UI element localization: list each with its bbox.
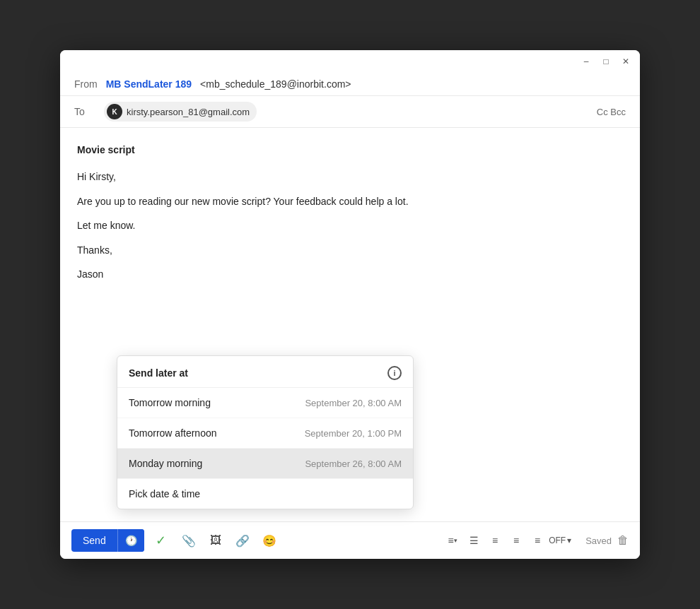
- email-content: Hi Kirsty, Are you up to reading our new…: [77, 169, 623, 282]
- attach-button[interactable]: 📎: [178, 530, 199, 551]
- to-label: To: [74, 106, 95, 117]
- schedule-option-tomorrow-afternoon[interactable]: Tomorrow afternoon September 20, 1:00 PM: [117, 418, 413, 449]
- attach-icon: 📎: [182, 534, 196, 548]
- indent-icon: ≡: [513, 535, 519, 546]
- emoji-button[interactable]: 😊: [259, 530, 280, 551]
- bottom-toolbar: Send 🕐 ✓ 📎 🖼 🔗 😊 ≡ ▾ ☰ ≡: [60, 521, 640, 559]
- emoji-icon: 😊: [262, 534, 276, 548]
- from-name: MB SendLater 189: [106, 78, 192, 90]
- close-button[interactable]: ✕: [620, 56, 631, 67]
- ordered-list-button[interactable]: ≡: [485, 531, 505, 550]
- trash-button[interactable]: 🗑: [617, 534, 629, 547]
- checkmark-icon: ✓: [156, 533, 166, 548]
- maximize-button[interactable]: □: [600, 56, 612, 67]
- to-row: To K kirsty.pearson_81@gmail.com Cc Bcc: [60, 96, 640, 128]
- align-button[interactable]: ≡ ▾: [443, 531, 462, 550]
- info-icon[interactable]: i: [387, 366, 402, 380]
- body-line2: Let me know.: [77, 218, 623, 233]
- off-chevron-icon: ▾: [567, 536, 571, 545]
- unordered-list-icon: ☰: [469, 535, 479, 546]
- pick-date-time-option[interactable]: Pick date & time: [117, 479, 413, 509]
- recipient-avatar: K: [107, 104, 122, 119]
- off-label: OFF: [549, 536, 566, 545]
- option-label-monday-morning: Monday morning: [129, 458, 202, 469]
- signature: Jason: [77, 266, 623, 282]
- pick-date-time-label: Pick date & time: [129, 488, 200, 499]
- indent-button[interactable]: ≡: [506, 531, 526, 550]
- cc-bcc-button[interactable]: Cc Bcc: [597, 107, 626, 117]
- option-time-tomorrow-afternoon: September 20, 1:00 PM: [305, 428, 402, 439]
- compose-window: – □ ✕ From MB SendLater 189 <mb_schedule…: [60, 50, 640, 559]
- ordered-list-icon: ≡: [492, 535, 498, 546]
- unordered-list-button[interactable]: ☰: [464, 531, 484, 550]
- link-button[interactable]: 🔗: [232, 530, 253, 551]
- align-chevron-icon: ▾: [454, 537, 457, 544]
- send-later-header: Send later at i: [117, 356, 413, 388]
- format-group: ≡ ▾ ☰ ≡ ≡ ≡ OFF ▾: [443, 531, 571, 550]
- from-email: <mb_schedule_189@inorbit.com>: [200, 78, 351, 90]
- minimize-button[interactable]: –: [581, 56, 592, 67]
- body-line1: Are you up to reading our new movie scri…: [77, 194, 623, 209]
- option-label-tomorrow-morning: Tomorrow morning: [129, 397, 211, 408]
- checkmark-button[interactable]: ✓: [150, 529, 173, 552]
- image-icon: 🖼: [210, 534, 221, 547]
- send-clock-icon[interactable]: 🕐: [117, 529, 144, 552]
- schedule-option-monday-morning[interactable]: Monday morning September 26, 8:00 AM: [117, 449, 413, 479]
- recipient-tag[interactable]: K kirsty.pearson_81@gmail.com: [104, 102, 257, 122]
- email-subject: Movie script: [77, 142, 623, 158]
- recipient-email: kirsty.pearson_81@gmail.com: [127, 107, 250, 117]
- send-later-title: Send later at: [129, 367, 188, 379]
- option-time-monday-morning: September 26, 8:00 AM: [305, 459, 402, 469]
- outdent-button[interactable]: ≡: [527, 531, 547, 550]
- send-button[interactable]: Send 🕐: [71, 529, 144, 552]
- align-icon: ≡: [448, 535, 454, 546]
- from-row: From MB SendLater 189 <mb_schedule_189@i…: [60, 73, 640, 96]
- from-label: From: [74, 78, 98, 90]
- send-later-popup: Send later at i Tomorrow morning Septemb…: [117, 355, 414, 509]
- image-button[interactable]: 🖼: [205, 530, 226, 551]
- closing: Thanks,: [77, 242, 623, 258]
- saved-status: Saved: [585, 536, 612, 546]
- schedule-option-tomorrow-morning[interactable]: Tomorrow morning September 20, 8:00 AM: [117, 388, 413, 418]
- off-toggle-button[interactable]: OFF ▾: [549, 536, 571, 545]
- title-bar: – □ ✕: [60, 50, 640, 73]
- link-icon: 🔗: [235, 534, 250, 548]
- send-label: Send: [71, 529, 117, 552]
- greeting: Hi Kirsty,: [77, 169, 623, 184]
- outdent-icon: ≡: [535, 535, 540, 546]
- option-time-tomorrow-morning: September 20, 8:00 AM: [305, 398, 402, 408]
- option-label-tomorrow-afternoon: Tomorrow afternoon: [129, 427, 217, 439]
